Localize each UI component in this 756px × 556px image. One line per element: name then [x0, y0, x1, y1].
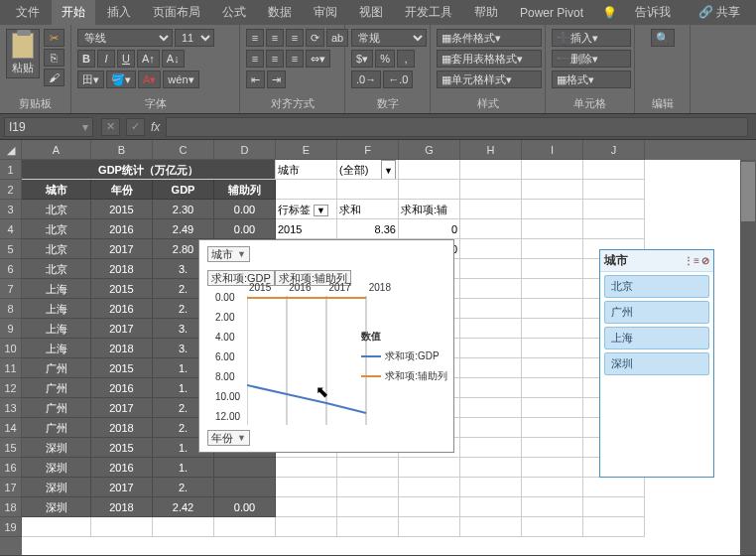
- city-slicer[interactable]: 城市 ⋮≡ ⊘ 北京广州上海深圳: [599, 249, 714, 478]
- cell-E2[interactable]: [276, 180, 337, 200]
- cell-H16[interactable]: [460, 458, 522, 478]
- cell-A14[interactable]: 广州: [22, 418, 91, 438]
- tell-me[interactable]: 告诉我: [625, 0, 681, 25]
- cell-D3[interactable]: 0.00: [214, 200, 276, 219]
- percent-button[interactable]: %: [375, 50, 395, 68]
- slicer-item-上海[interactable]: 上海: [604, 327, 709, 349]
- column-header-D[interactable]: D: [214, 140, 276, 160]
- cell-H4[interactable]: [460, 219, 522, 239]
- cell-J3[interactable]: [583, 200, 645, 219]
- cell-A13[interactable]: 广州: [22, 398, 91, 418]
- cell-C18[interactable]: 2.42: [153, 497, 214, 517]
- scroll-thumb[interactable]: [741, 162, 755, 221]
- column-header-E[interactable]: E: [276, 140, 337, 160]
- row-header-13[interactable]: 13: [0, 398, 22, 418]
- cell-A19[interactable]: [22, 517, 91, 537]
- cell-H8[interactable]: [460, 299, 522, 319]
- find-button[interactable]: 🔍: [651, 29, 675, 47]
- cell-I8[interactable]: [522, 299, 583, 319]
- select-all-corner[interactable]: ◢: [0, 140, 22, 160]
- tab-powerpivot[interactable]: Power Pivot: [510, 2, 593, 24]
- cell-E18[interactable]: [276, 497, 337, 517]
- cell-H15[interactable]: [460, 438, 522, 458]
- cell-I2[interactable]: [522, 180, 583, 200]
- cut-button[interactable]: ✂: [44, 29, 64, 47]
- cell-J4[interactable]: [583, 219, 645, 239]
- align-middle-button[interactable]: ≡: [266, 29, 284, 47]
- cell-D16[interactable]: [214, 458, 276, 478]
- cell-A16[interactable]: 深圳: [22, 458, 91, 478]
- cell-I17[interactable]: [522, 478, 583, 497]
- align-right-button[interactable]: ≡: [286, 50, 304, 68]
- column-header-I[interactable]: I: [522, 140, 583, 160]
- row-header-4[interactable]: 4: [0, 219, 22, 239]
- cell-H5[interactable]: [460, 239, 522, 259]
- cell-I10[interactable]: [522, 339, 583, 358]
- tab-review[interactable]: 审阅: [304, 0, 347, 25]
- cell-F16[interactable]: [337, 458, 399, 478]
- cell-B13[interactable]: 2017: [91, 398, 153, 418]
- cell-D4[interactable]: 0.00: [214, 219, 276, 239]
- cell-A1[interactable]: GDP统计（万亿元）: [22, 160, 276, 180]
- cell-H2[interactable]: [460, 180, 522, 200]
- tab-help[interactable]: 帮助: [464, 0, 508, 25]
- cell-G19[interactable]: [399, 517, 460, 537]
- cell-H9[interactable]: [460, 319, 522, 339]
- cell-C2[interactable]: GDP: [153, 180, 214, 200]
- cell-A17[interactable]: 深圳: [22, 478, 91, 497]
- row-header-16[interactable]: 16: [0, 458, 22, 478]
- conditional-format-button[interactable]: ▦ 条件格式 ▾: [437, 29, 542, 47]
- increase-font-button[interactable]: A↑: [137, 50, 160, 68]
- row-header-3[interactable]: 3: [0, 200, 22, 219]
- slicer-item-广州[interactable]: 广州: [604, 301, 709, 324]
- cell-A4[interactable]: 北京: [22, 219, 91, 239]
- orientation-button[interactable]: ⟳: [306, 29, 324, 47]
- cell-B5[interactable]: 2017: [91, 239, 153, 259]
- cell-H13[interactable]: [460, 398, 522, 418]
- cell-I3[interactable]: [522, 200, 583, 219]
- row-header-6[interactable]: 6: [0, 259, 22, 279]
- vertical-scrollbar[interactable]: [740, 160, 756, 555]
- column-header-G[interactable]: G: [399, 140, 460, 160]
- tab-insert[interactable]: 插入: [97, 0, 141, 25]
- cell-H3[interactable]: [460, 200, 522, 219]
- cell-C19[interactable]: [153, 517, 214, 537]
- cell-E4[interactable]: 2015: [276, 219, 337, 239]
- increase-decimal-button[interactable]: .0→: [351, 70, 381, 88]
- enter-formula-button[interactable]: ✓: [126, 118, 145, 136]
- cell-A2[interactable]: 城市: [22, 180, 91, 200]
- cell-J19[interactable]: [583, 517, 645, 537]
- share-button[interactable]: 🔗 共享: [689, 0, 750, 25]
- cell-I14[interactable]: [522, 418, 583, 438]
- column-header-F[interactable]: F: [337, 140, 399, 160]
- cell-B11[interactable]: 2015: [91, 358, 153, 378]
- indent-increase-button[interactable]: ⇥: [267, 70, 286, 88]
- name-box[interactable]: I19▾: [4, 117, 93, 137]
- cell-I1[interactable]: [522, 160, 583, 180]
- cell-A6[interactable]: 北京: [22, 259, 91, 279]
- column-header-C[interactable]: C: [153, 140, 214, 160]
- cell-H11[interactable]: [460, 358, 522, 378]
- align-left-button[interactable]: ≡: [246, 50, 264, 68]
- row-header-18[interactable]: 18: [0, 497, 22, 517]
- cell-A15[interactable]: 深圳: [22, 438, 91, 458]
- tab-formulas[interactable]: 公式: [212, 0, 256, 25]
- formula-input[interactable]: [166, 117, 748, 137]
- row-header-12[interactable]: 12: [0, 378, 22, 398]
- cell-B14[interactable]: 2018: [91, 418, 153, 438]
- cell-F18[interactable]: [337, 497, 399, 517]
- cell-B3[interactable]: 2015: [91, 200, 153, 219]
- comma-button[interactable]: ,: [397, 50, 415, 68]
- row-header-15[interactable]: 15: [0, 438, 22, 458]
- row-header-8[interactable]: 8: [0, 299, 22, 319]
- number-format-select[interactable]: 常规: [351, 29, 427, 47]
- cell-B16[interactable]: 2016: [91, 458, 153, 478]
- cell-A9[interactable]: 上海: [22, 319, 91, 339]
- cell-A18[interactable]: 深圳: [22, 497, 91, 517]
- cell-I6[interactable]: [522, 259, 583, 279]
- cell-J1[interactable]: [583, 160, 645, 180]
- cell-E17[interactable]: [276, 478, 337, 497]
- cell-F3[interactable]: 求和项:GDP: [337, 200, 399, 219]
- cell-E19[interactable]: [276, 517, 337, 537]
- cell-H12[interactable]: [460, 378, 522, 398]
